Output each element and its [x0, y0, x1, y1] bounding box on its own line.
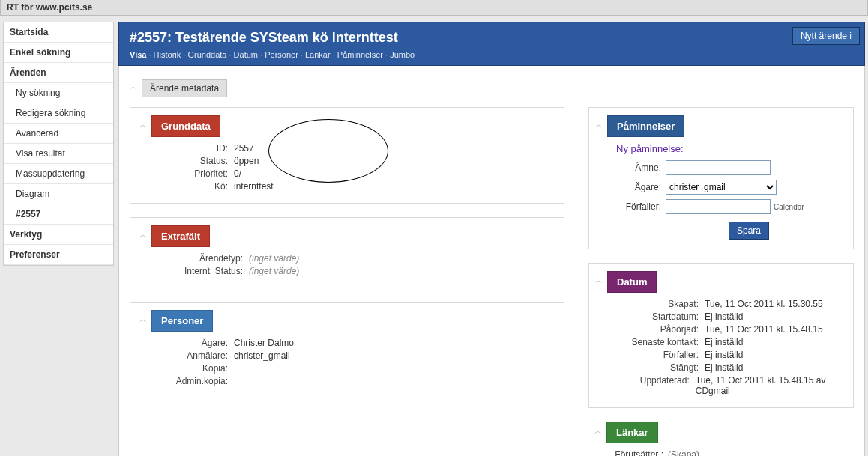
tab-link[interactable]: Historik — [154, 50, 181, 59]
field-label: Prioritet: — [160, 168, 228, 179]
paminnelser-box: ︿ Påminnelser Ny påminnelse: Ämne: Ägare… — [588, 107, 854, 249]
ticket-tabs: Visa · Historik · Grunddata · Datum · Pe… — [130, 50, 854, 59]
tab-link[interactable]: Personer — [265, 50, 298, 59]
field-label: Admin.kopia: — [160, 376, 228, 386]
sidebar-item[interactable]: Verktyg — [4, 225, 113, 245]
field-label: Anmälare: — [160, 350, 228, 361]
personer-box: ︿ Personer Ägare:Christer DalmoAnmälare:… — [130, 302, 564, 398]
sidebar-item[interactable]: Ärenden — [4, 63, 113, 83]
ticket-body: ︿ Ärende metadata ︿ Grunddata ID:2557Sta… — [118, 66, 865, 456]
field-value: 0/ — [234, 168, 241, 179]
metadata-tab: Ärende metadata — [142, 79, 227, 97]
sidebar-item[interactable]: Visa resultat — [4, 144, 113, 164]
owner-label: Ägare: — [616, 182, 661, 192]
sidebar: StartsidaEnkel sökningÄrendenNy sökningR… — [3, 22, 114, 266]
tab-visa[interactable]: Visa — [130, 50, 146, 59]
tab-link[interactable]: Datum — [234, 50, 258, 59]
field-value: Ej inställd — [705, 362, 743, 373]
field-label: Förfaller: — [616, 350, 699, 360]
field-value: (inget värde) — [249, 253, 299, 264]
due-label: Förfaller: — [616, 201, 661, 212]
field-value: christer_gmail — [234, 350, 290, 361]
field-value: Tue, 11 Oct 2011 kl. 15.48.15 — [705, 324, 823, 335]
collapse-icon[interactable]: ︿ — [130, 82, 137, 92]
sidebar-item[interactable]: Massuppdatering — [4, 164, 113, 184]
extrafalt-title: Extrafält — [151, 225, 210, 247]
field-label: Senaste kontakt: — [616, 337, 699, 347]
owner-select[interactable]: christer_gmail — [666, 180, 777, 195]
calendar-link[interactable]: Calendar — [774, 203, 804, 211]
sidebar-item[interactable]: Redigera sökning — [4, 103, 113, 124]
new-ticket-button[interactable]: Nytt ärende i — [792, 27, 860, 45]
paminnelser-title: Påminnelser — [607, 115, 684, 137]
field-label: Status: — [160, 156, 228, 166]
sidebar-item[interactable]: Diagram — [4, 184, 113, 204]
field-value: Ej inställd — [705, 350, 743, 360]
sidebar-item[interactable]: Enkel sökning — [4, 43, 113, 63]
tab-link[interactable]: Länkar — [305, 50, 331, 59]
save-button[interactable]: Spara — [729, 222, 769, 240]
datum-title: Datum — [607, 271, 657, 293]
lankar-title: Länkar — [606, 422, 658, 443]
ticket-header: #2557: Testärende SYSteam kö internttest… — [118, 22, 865, 66]
extrafalt-box: ︿ Extrafält Ärendetyp:(inget värde)Inter… — [130, 217, 564, 288]
field-label: ID: — [160, 143, 228, 153]
field-label: Påbörjad: — [616, 324, 699, 335]
field-label: Ägare: — [160, 338, 228, 348]
field-value: (inget värde) — [249, 266, 299, 276]
tab-link[interactable]: Påminnelser — [337, 50, 383, 59]
app-title-bar: RT för www.pcits.se — [0, 0, 868, 16]
grunddata-box: ︿ Grunddata ID:2557Status:öppenPrioritet… — [130, 107, 564, 204]
grunddata-title: Grunddata — [151, 115, 220, 137]
subject-input[interactable] — [666, 160, 771, 175]
page-title: #2557: Testärende SYSteam kö internttest — [130, 30, 854, 46]
field-label: Stängt: — [616, 362, 699, 373]
field-value: Tue, 11 Oct 2011 kl. 15.30.55 — [705, 299, 823, 309]
tab-link[interactable]: Grunddata — [187, 50, 226, 59]
new-reminder-heading: Ny påminnelse: — [616, 143, 844, 154]
collapse-icon[interactable]: ︿ — [139, 230, 147, 240]
collapse-icon[interactable]: ︿ — [139, 314, 147, 325]
field-value: Christer Dalmo — [234, 338, 294, 348]
sidebar-item[interactable]: #2557 — [4, 204, 113, 225]
tab-link[interactable]: Jumbo — [390, 50, 415, 59]
collapse-icon[interactable]: ︿ — [595, 276, 603, 286]
collapse-icon[interactable]: ︿ — [139, 120, 147, 130]
field-value: Ej inställd — [705, 311, 743, 322]
field-value: öppen — [234, 156, 259, 166]
field-label: Kö: — [160, 181, 228, 192]
field-label: Uppdaterad: — [616, 375, 690, 396]
sidebar-item[interactable]: Ny sökning — [4, 83, 113, 103]
field-label: Skapat: — [616, 299, 699, 309]
personer-title: Personer — [151, 310, 213, 332]
field-value: Ej inställd — [705, 337, 743, 347]
field-label: Startdatum: — [616, 311, 699, 322]
sidebar-item[interactable]: Startsida — [4, 22, 113, 43]
link-create[interactable]: (Skapa) — [668, 449, 699, 456]
sidebar-item[interactable]: Preferenser — [4, 245, 113, 265]
field-value: Tue, 11 Oct 2011 kl. 15.48.15 av CDgmail — [696, 375, 844, 396]
field-value: internttest — [234, 181, 274, 192]
field-label: Internt_Status: — [160, 266, 243, 276]
sidebar-item[interactable]: Avancerad — [4, 124, 113, 144]
field-value: 2557 — [234, 143, 254, 153]
field-label: Ärendetyp: — [160, 253, 243, 264]
field-label: Kopia: — [160, 363, 228, 374]
subject-label: Ämne: — [616, 162, 661, 173]
link-label: Förutsätter : — [594, 449, 663, 456]
due-input[interactable] — [666, 199, 771, 214]
collapse-icon[interactable]: ︿ — [594, 426, 602, 437]
datum-box: ︿ Datum Skapat:Tue, 11 Oct 2011 kl. 15.3… — [588, 263, 854, 408]
collapse-icon[interactable]: ︿ — [595, 120, 603, 130]
